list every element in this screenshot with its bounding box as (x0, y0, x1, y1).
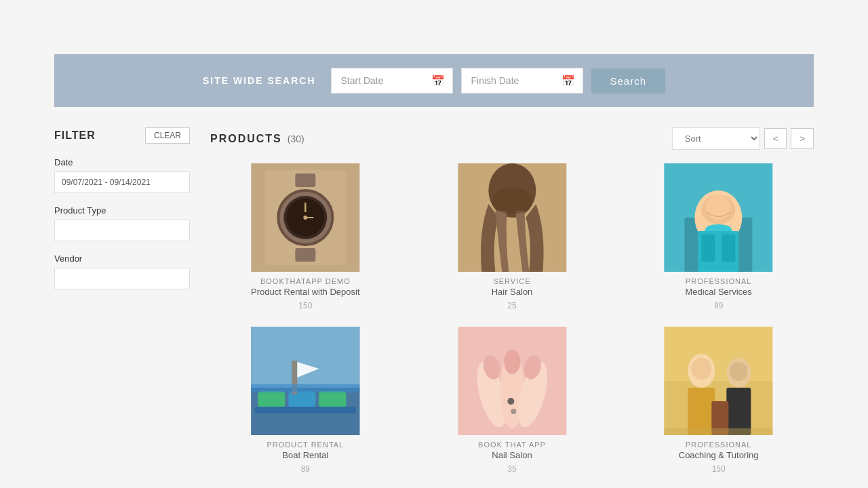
svg-rect-49 (665, 428, 773, 435)
product-category: Professional (623, 441, 814, 449)
product-category: Service (417, 277, 608, 285)
svg-point-38 (507, 398, 514, 405)
product-category: Product Rental (210, 441, 401, 449)
products-section: PRODUCTS (30) Sort < > (210, 127, 814, 474)
filter-date-section: Date (54, 157, 190, 193)
filter-date-input[interactable] (54, 171, 190, 193)
main-content: FILTER CLEAR Date Product Type Vendor PR… (0, 107, 868, 488)
product-name: Product Rental with Deposit (210, 287, 401, 297)
svg-rect-22 (251, 327, 359, 388)
products-header: PRODUCTS (30) Sort < > (210, 127, 814, 150)
product-category: BookThatApp Demo (210, 277, 401, 285)
product-image (623, 163, 814, 272)
filter-vendor-section: Vendor (54, 253, 190, 289)
products-controls: Sort < > (672, 127, 814, 150)
product-name: Hair Salon (417, 287, 608, 297)
svg-point-36 (504, 350, 520, 374)
product-image (417, 163, 608, 272)
products-count: (30) (288, 134, 304, 144)
svg-point-44 (692, 358, 712, 380)
product-image (210, 327, 401, 435)
svg-rect-9 (295, 248, 315, 262)
start-date-input[interactable] (331, 68, 453, 94)
svg-rect-24 (258, 391, 285, 408)
prev-page-button[interactable]: < (764, 128, 787, 149)
product-name: Nail Salon (417, 450, 608, 460)
svg-rect-18 (702, 235, 715, 262)
product-price: 25 (417, 301, 608, 310)
svg-point-20 (707, 195, 731, 220)
product-name: Coaching & Tutoring (623, 450, 814, 460)
filter-title: FILTER (54, 129, 96, 142)
product-price: 89 (623, 301, 814, 310)
next-page-button[interactable]: > (791, 128, 814, 149)
product-category: Book That App (417, 441, 608, 449)
product-price: 89 (210, 464, 401, 474)
finish-date-wrapper: 📅 (461, 68, 583, 94)
product-image (417, 327, 608, 435)
svg-rect-46 (727, 388, 751, 435)
filter-product-type-input[interactable] (54, 220, 190, 241)
product-image (623, 327, 814, 435)
svg-rect-27 (254, 407, 356, 413)
filter-vendor-input[interactable] (54, 268, 190, 289)
svg-point-12 (492, 187, 532, 214)
filter-vendor-label: Vendor (54, 253, 190, 264)
start-date-wrapper: 📅 (331, 68, 453, 94)
finish-date-input[interactable] (461, 68, 583, 94)
svg-point-39 (511, 409, 516, 414)
filter-product-type-section: Product Type (54, 205, 190, 241)
product-card[interactable]: Product Rental Boat Rental 89 (210, 327, 401, 474)
product-price: 150 (623, 464, 814, 474)
svg-rect-26 (319, 391, 346, 408)
search-button[interactable]: Search (591, 68, 666, 94)
svg-rect-8 (295, 174, 315, 187)
filter-product-type-label: Product Type (54, 205, 190, 216)
search-bar-title: SITE WIDE SEARCH (203, 75, 316, 86)
filter-date-label: Date (54, 157, 190, 167)
clear-button[interactable]: CLEAR (145, 127, 190, 144)
svg-rect-43 (688, 388, 715, 435)
filter-header: FILTER CLEAR (54, 127, 190, 144)
product-image (210, 163, 401, 272)
product-card[interactable]: Book That App Nail Salon 35 (417, 327, 608, 474)
products-title: PRODUCTS (210, 133, 282, 145)
product-name: Boat Rental (210, 450, 401, 460)
svg-point-47 (730, 362, 748, 381)
product-price: 35 (417, 464, 608, 474)
product-card[interactable]: BookThatApp Demo Product Rental with Dep… (210, 163, 401, 310)
product-category: Professional (623, 277, 814, 285)
product-card[interactable]: Professional Coaching & Tutoring 150 (623, 327, 814, 474)
svg-point-7 (303, 216, 307, 220)
filter-sidebar: FILTER CLEAR Date Product Type Vendor (54, 127, 190, 474)
svg-rect-19 (722, 235, 736, 262)
products-grid: BookThatApp Demo Product Rental with Dep… (210, 163, 814, 474)
products-title-group: PRODUCTS (30) (210, 133, 304, 145)
product-name: Medical Services (623, 287, 814, 297)
product-card[interactable]: Professional Medical Services 89 (623, 163, 814, 310)
sort-select[interactable]: Sort (672, 127, 760, 150)
search-bar: SITE WIDE SEARCH 📅 📅 Search (54, 54, 814, 107)
product-price: 150 (210, 301, 401, 310)
product-card[interactable]: Service Hair Salon 25 (417, 163, 608, 310)
svg-rect-30 (251, 384, 359, 392)
